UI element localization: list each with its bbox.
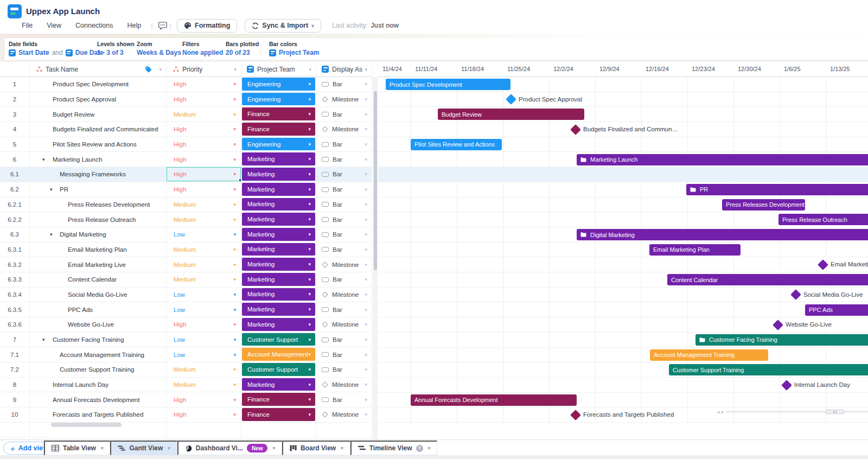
team-chip[interactable]: Engineering▾ — [242, 93, 315, 106]
table-row[interactable]: 6▾Marketing LaunchHigh▾Marketing▾Bar▾ — [0, 152, 372, 167]
task-name-cell[interactable]: ▾Customer Facing Training — [30, 333, 167, 348]
table-row[interactable]: 6.3.6Website Go-LiveHigh▾Marketing▾Miles… — [0, 317, 372, 333]
milestone-diamond[interactable] — [818, 259, 828, 270]
team-caret-icon[interactable]: ▾ — [308, 232, 311, 237]
priority-caret-icon[interactable]: ▾ — [233, 81, 236, 87]
task-name-cell[interactable]: Email Marketing Plan — [30, 243, 167, 258]
team-chip[interactable]: Marketing▾ — [242, 318, 315, 331]
team-chip[interactable]: Marketing▾ — [242, 168, 315, 181]
filters-setting[interactable]: Filters None applied — [182, 41, 223, 56]
priority-cell[interactable]: High▾ — [167, 92, 241, 107]
display-caret-icon[interactable]: ▾ — [365, 97, 367, 102]
table-row[interactable]: 6.3.4Social Media Go-LiveLow▾Marketing▾M… — [0, 288, 372, 303]
display-as-cell[interactable]: Milestone▾ — [316, 92, 372, 107]
milestone-diamond[interactable] — [570, 124, 581, 135]
team-caret-icon[interactable]: ▾ — [308, 81, 311, 87]
priority-column-caret-icon[interactable]: ▾ — [234, 67, 237, 72]
display-as-cell[interactable]: Bar▾ — [316, 227, 372, 243]
display-caret-icon[interactable]: ▾ — [365, 352, 367, 358]
sync-import-button[interactable]: Sync & Import ▾ — [245, 19, 321, 33]
display-caret-icon[interactable]: ▾ — [365, 81, 367, 87]
priority-caret-icon[interactable]: ▾ — [233, 397, 236, 403]
table-row[interactable]: 7.2Customer Support TrainingMedium▾Custo… — [0, 362, 372, 378]
priority-cell[interactable]: Medium▾ — [167, 362, 241, 378]
display-as-cell[interactable]: Bar▾ — [316, 272, 372, 288]
team-chip[interactable]: Marketing▾ — [242, 273, 315, 286]
view-tab-board-view[interactable]: Board View▾ — [282, 441, 350, 455]
team-chip[interactable]: Marketing▾ — [242, 152, 315, 165]
display-as-cell[interactable]: Bar▾ — [316, 212, 372, 227]
team-chip[interactable]: Marketing▾ — [242, 228, 315, 241]
table-row[interactable]: 6.2▾PRHigh▾Marketing▾Bar▾ — [0, 182, 372, 197]
table-horizontal-scrollbar[interactable] — [51, 423, 122, 427]
display-as-cell[interactable]: Bar▾ — [316, 152, 372, 167]
priority-cell[interactable]: High▾ — [167, 317, 241, 333]
view-tab-timeline-view[interactable]: Timeline View?▾ — [350, 441, 437, 455]
priority-cell[interactable]: Medium▾ — [167, 378, 241, 393]
team-caret-icon[interactable]: ▾ — [308, 397, 311, 402]
project-team-cell[interactable]: Marketing▾ — [241, 317, 316, 333]
task-name-cell[interactable]: Content Calendar — [30, 272, 167, 288]
team-chip[interactable]: Finance▾ — [242, 408, 315, 421]
project-team-cell[interactable]: Customer Support▾ — [241, 362, 316, 378]
project-team-cell[interactable]: Marketing▾ — [241, 288, 316, 303]
tab-caret-icon[interactable]: ▾ — [341, 445, 343, 451]
team-chip[interactable]: Finance▾ — [242, 393, 315, 406]
team-chip[interactable]: Account Management▾ — [242, 348, 315, 361]
priority-caret-icon[interactable]: ▾ — [233, 202, 236, 207]
team-caret-icon[interactable]: ▾ — [308, 382, 311, 387]
priority-caret-icon[interactable]: ▾ — [233, 217, 236, 222]
gantt-bar[interactable]: Marketing Launch — [577, 154, 868, 165]
levels-shown-setting[interactable]: Levels shown 1 - 3 of 3 — [97, 41, 135, 56]
priority-cell[interactable]: Medium▾ — [167, 197, 241, 213]
task-name-cell[interactable]: Internal Launch Day — [30, 378, 167, 393]
milestone-diamond[interactable] — [781, 380, 792, 391]
gantt-bar[interactable]: PPC Ads — [805, 304, 868, 316]
collapse-caret-icon[interactable]: ▾ — [50, 232, 53, 237]
menu-view[interactable]: View — [47, 22, 61, 29]
team-caret-icon[interactable]: ▾ — [308, 352, 311, 357]
task-name-cell[interactable]: Messaging Frameworks — [30, 167, 167, 182]
tab-caret-icon[interactable]: ▾ — [101, 445, 104, 451]
gantt-bar[interactable]: Customer Support Training — [669, 364, 868, 375]
priority-cell[interactable]: Medium▾ — [167, 212, 241, 227]
scroll-arrows-icon[interactable]: ◂ ▸ — [717, 410, 724, 415]
table-row[interactable]: 1Product Spec DevelopmentHigh▾Engineerin… — [0, 77, 372, 92]
priority-caret-icon[interactable]: ▾ — [233, 307, 236, 313]
date-fields-setting[interactable]: Date fields Start Date and Due Date — [9, 41, 104, 56]
display-as-cell[interactable]: Bar▾ — [316, 243, 372, 258]
team-chip[interactable]: Marketing▾ — [242, 303, 315, 316]
display-caret-icon[interactable]: ▾ — [365, 337, 367, 342]
task-name-cell[interactable]: Press Releases Development — [30, 197, 167, 213]
task-name-cell[interactable]: Social Media Go-Live — [30, 288, 167, 303]
gantt-bar[interactable]: Pilot Sites Review and Actions — [411, 139, 502, 150]
task-name-cell[interactable]: Website Go-Live — [30, 317, 167, 333]
task-name-cell[interactable]: Product Spec Approval — [30, 92, 167, 107]
task-name-cell[interactable]: Email Marketing Live — [30, 257, 167, 272]
collapse-caret-icon[interactable]: ▾ — [42, 337, 45, 342]
team-caret-icon[interactable]: ▾ — [308, 111, 311, 117]
project-team-cell[interactable]: Marketing▾ — [241, 272, 316, 288]
team-caret-icon[interactable]: ▾ — [308, 337, 311, 342]
display-caret-icon[interactable]: ▾ — [365, 382, 367, 387]
task-name-cell[interactable]: Forecasts and Targets Published — [30, 407, 167, 423]
project-team-cell[interactable]: Account Management▾ — [241, 347, 316, 362]
table-row[interactable]: 9Annual Forecasts DevelopmentHigh▾Financ… — [0, 392, 372, 407]
display-caret-icon[interactable]: ▾ — [365, 217, 367, 222]
start-date-value[interactable]: Start Date — [18, 49, 49, 56]
display-caret-icon[interactable]: ▾ — [365, 126, 367, 132]
team-caret-icon[interactable]: ▾ — [308, 291, 311, 297]
table-row[interactable]: 3Budget ReviewMedium▾Finance▾Bar▾ — [0, 107, 372, 122]
priority-cell[interactable]: Low▾ — [167, 227, 241, 243]
display-caret-icon[interactable]: ▾ — [365, 397, 367, 403]
table-row[interactable]: 5Pilot Sites Review and ActionsHigh▾Engi… — [0, 137, 372, 152]
task-name-cell[interactable]: Budgets Finalized and Communicated — [30, 122, 167, 137]
task-name-cell[interactable]: Customer Support Training — [30, 362, 167, 378]
gantt-bar[interactable]: Content Calendar — [667, 274, 868, 285]
display-caret-icon[interactable]: ▾ — [365, 187, 367, 192]
table-row[interactable]: 6.3.3Content CalendarMedium▾Marketing▾Ba… — [0, 272, 372, 288]
team-chip[interactable]: Engineering▾ — [242, 138, 315, 151]
project-team-cell[interactable]: Finance▾ — [241, 392, 316, 407]
priority-cell[interactable]: Medium▾ — [167, 272, 241, 288]
table-row[interactable]: 6.3.1Email Marketing PlanMedium▾Marketin… — [0, 243, 372, 258]
